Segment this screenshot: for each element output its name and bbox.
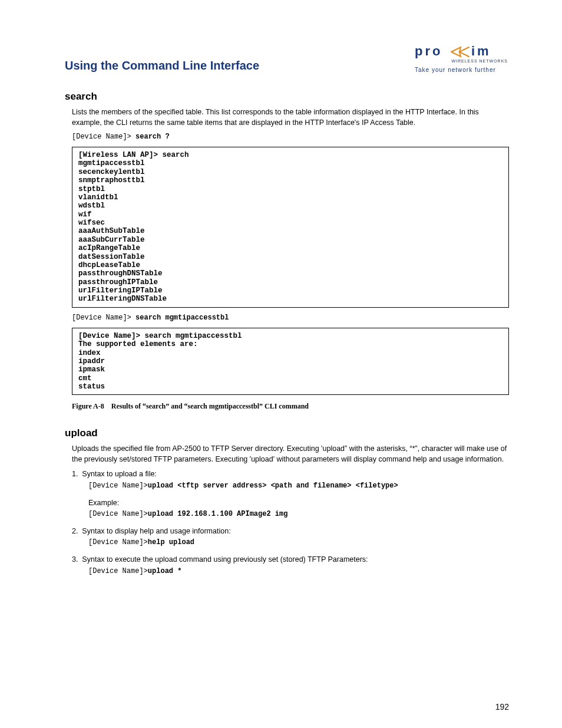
- cli-search-mgmt: [Device Name]> search mgmtipaccesstbl: [72, 314, 509, 322]
- cli-command: help upload: [148, 538, 194, 546]
- cli-command: search mgmtipaccesstbl: [135, 314, 229, 322]
- page: Using the Command Line Interface pro im …: [0, 0, 562, 728]
- svg-text:pro: pro: [415, 44, 442, 58]
- cli-prompt: [Device Name]>: [72, 133, 131, 141]
- logo-subtext: WIRELESS NETWORKS: [415, 59, 508, 63]
- figure-caption-a8: Figure A-8 Results of “search” and “sear…: [72, 402, 509, 411]
- upload-step-3: 3. Syntax to execute the upload command …: [72, 555, 509, 576]
- upload-step-1: 1. Syntax to upload a file: [Device Name…: [72, 469, 509, 519]
- page-header: Using the Command Line Interface pro im …: [65, 41, 509, 73]
- search-intro: Lists the members of the specified table…: [72, 107, 509, 128]
- step-2-lead: 2. Syntax to display help and usage info…: [72, 527, 231, 535]
- terminal-output-search: [Wireless LAN AP]> search mgmtipaccesstb…: [72, 147, 509, 308]
- cli-upload-star: [Device Name]>upload *: [88, 566, 509, 577]
- cli-prompt: [Device Name]>: [88, 567, 148, 575]
- cli-command: upload <tftp server address> <path and f…: [148, 482, 398, 490]
- step-3-lead: 3. Syntax to execute the upload command …: [72, 555, 368, 564]
- cli-upload-example: [Device Name]>upload 192.168.1.100 APIma…: [88, 509, 509, 519]
- step-1-lead: 1. Syntax to upload a file:: [72, 470, 157, 478]
- cli-prompt: [Device Name]>: [88, 538, 148, 546]
- page-number: 192: [495, 702, 509, 711]
- cli-command: upload *: [148, 567, 182, 575]
- cli-help-upload: [Device Name]>help upload: [88, 538, 509, 548]
- upload-intro: Uploads the specified file from AP-2500 …: [72, 444, 509, 465]
- cli-command: search ?: [135, 133, 170, 141]
- chapter-title: Using the Command Line Interface: [65, 41, 259, 73]
- brand-tagline: Take your network further: [415, 67, 509, 73]
- cli-upload-syntax: [Device Name]>upload <tftp server addres…: [88, 481, 509, 491]
- cli-search-help: [Device Name]> search ?: [72, 133, 509, 141]
- example-label: Example:: [88, 498, 509, 509]
- cli-prompt: [Device Name]>: [72, 314, 131, 322]
- section-heading-search: search: [65, 91, 509, 103]
- proxim-logo-icon: pro im: [415, 44, 509, 60]
- upload-step-2: 2. Syntax to display help and usage info…: [72, 526, 509, 548]
- cli-prompt: [Device Name]>: [88, 510, 148, 518]
- brand-block: pro im WIRELESS NETWORKS Take your netwo…: [415, 41, 509, 73]
- svg-text:im: im: [471, 44, 491, 58]
- cli-prompt: [Device Name]>: [88, 482, 148, 490]
- terminal-output-mgmt: [Device Name]> search mgmtipaccesstbl Th…: [72, 328, 509, 396]
- section-heading-upload: upload: [65, 427, 509, 439]
- cli-command: upload 192.168.1.100 APImage2 img: [148, 510, 288, 518]
